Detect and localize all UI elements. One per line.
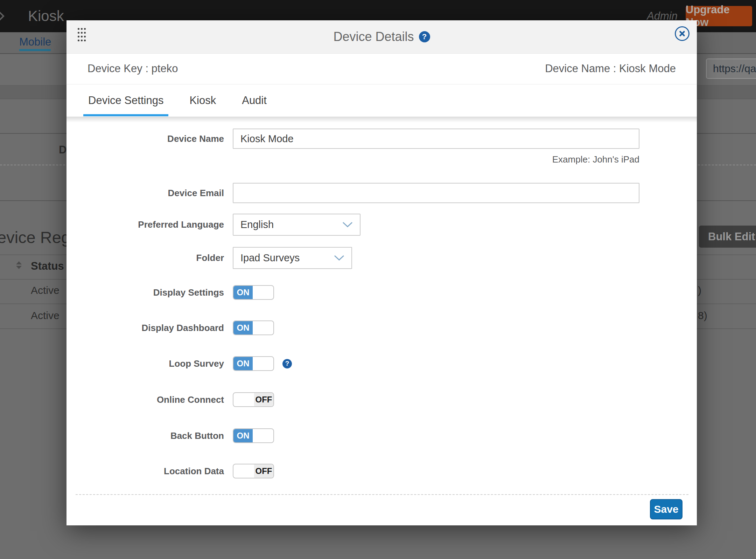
loop-survey-help-icon[interactable]: ? [282,359,292,368]
sort-icon[interactable] [16,261,22,269]
online-connect-label: Online Connect [66,394,224,405]
folder-select[interactable]: Ipad Surveys [233,247,352,269]
tab-mobile[interactable]: Mobile [19,32,51,50]
back-button-toggle[interactable]: ON [233,428,274,443]
location-data-label: Location Data [66,466,224,477]
loop-survey-row: Loop Survey ON ? [66,356,697,371]
device-email-row: Device Email [66,183,697,203]
preferred-language-select[interactable]: English [233,214,360,236]
device-key-text: Device Key : pteko [88,62,178,75]
bulk-edit-devices-button[interactable]: Bulk Edit Dev [699,226,756,248]
url-input[interactable]: https://qa.c [706,58,756,79]
save-button[interactable]: Save [650,499,682,519]
location-data-toggle[interactable]: OFF [233,464,274,478]
back-button-label: Back Button [66,430,224,441]
toggle-state-label: ON [233,357,253,370]
modal-tabs: Device Settings Kiosk Audit [66,84,697,117]
device-email-label: Device Email [66,188,224,199]
status-column-header[interactable]: Status [31,260,64,272]
display-settings-label: Display Settings [66,287,224,298]
status-cell: Active [31,284,59,296]
tab-mobile-underline [19,49,51,51]
device-name-input[interactable] [233,129,639,149]
device-email-input[interactable] [233,183,639,203]
device-details-modal: Device Details ? Device Key : pteko Devi… [66,20,697,525]
close-button[interactable] [675,26,690,41]
modal-title-area: Device Details ? [66,20,697,53]
folder-row: Folder Ipad Surveys [66,247,697,269]
modal-header: Device Details ? [66,20,697,54]
toggle-state-label: ON [233,286,253,299]
help-icon[interactable]: ? [419,31,430,42]
display-dashboard-row: Display Dashboard ON [66,320,697,335]
loop-survey-label: Loop Survey [66,358,224,369]
chevron-down-icon [334,255,344,261]
tab-kiosk[interactable]: Kiosk [184,84,221,117]
chevron-down-icon [342,222,353,228]
toggle-state-label: ON [233,321,253,334]
preferred-language-value: English [240,219,274,230]
preferred-language-label: Preferred Language [66,219,224,230]
tab-device-settings[interactable]: Device Settings [83,84,168,117]
device-identity-row: Device Key : pteko Device Name : Kiosk M… [66,53,697,84]
online-connect-toggle[interactable]: OFF [233,392,274,407]
close-icon [679,30,685,37]
folder-value: Ipad Surveys [240,252,300,264]
display-dashboard-label: Display Dashboard [66,323,224,333]
back-button-row: Back Button ON [66,428,697,443]
display-settings-row: Display Settings ON [66,285,697,300]
toggle-state-label: OFF [254,393,273,406]
footer-dashed-divider [76,494,688,495]
preferred-language-row: Preferred Language English [66,214,697,236]
tab-audit[interactable]: Audit [237,84,272,117]
device-name-hint: Example: John's iPad [233,154,639,165]
toggle-state-label: ON [233,429,253,442]
count-fragment: ) [698,284,701,296]
status-cell: Active [31,310,59,322]
loop-survey-toggle[interactable]: ON [233,356,274,371]
tabs-shadow [66,117,697,123]
display-dashboard-toggle[interactable]: ON [233,320,274,335]
count-fragment: 8) [698,310,707,322]
screen: Kiosk Admin Upgrade Now Mobile https://q… [0,0,756,559]
breadcrumb-chevron-icon [0,10,5,22]
device-name-row: Device Name [66,129,697,149]
toggle-state-label: OFF [254,464,273,478]
folder-label: Folder [66,253,224,263]
display-settings-toggle[interactable]: ON [233,285,274,300]
page-title: Kiosk [28,0,64,32]
online-connect-row: Online Connect OFF [66,392,697,407]
device-name-text: Device Name : Kiosk Mode [545,62,676,75]
location-data-row: Location Data OFF [66,464,697,478]
device-name-label: Device Name [66,133,224,144]
modal-title: Device Details [333,29,414,44]
